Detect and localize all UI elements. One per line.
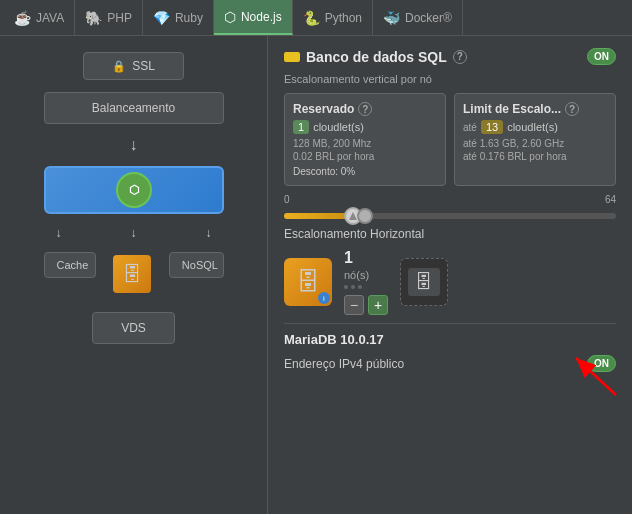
reserved-cloudlet-unit: cloudlet(s) bbox=[313, 121, 364, 133]
vds-label: VDS bbox=[121, 321, 146, 335]
reserved-title-text: Reservado bbox=[293, 102, 354, 116]
tab-python[interactable]: 🐍 Python bbox=[293, 0, 373, 35]
slider-container: 0 64 bbox=[284, 194, 616, 219]
limit-cloudlet-row: até 13 cloudlet(s) bbox=[463, 120, 607, 134]
section-header: Banco de dados SQL ? ON bbox=[284, 48, 616, 65]
right-panel: Banco de dados SQL ? ON Escalonamento ve… bbox=[268, 36, 632, 514]
limit-cloudlet-num: 13 bbox=[481, 120, 503, 134]
ssl-box[interactable]: 🔒 SSL bbox=[83, 52, 184, 80]
ipv4-label: Endereço IPv4 público bbox=[284, 357, 404, 371]
tab-ruby[interactable]: 💎 Ruby bbox=[143, 0, 214, 35]
limit-card: Limit de Escalo... ? até 13 cloudlet(s) … bbox=[454, 93, 616, 186]
vertical-scale-label: Escalonamento vertical por nó bbox=[284, 73, 616, 85]
db-placeholder-inner: 🗄 bbox=[408, 268, 440, 296]
ssl-label: SSL bbox=[132, 59, 155, 73]
nodejs-icon: ⬡ bbox=[224, 9, 236, 25]
tab-java-label: JAVA bbox=[36, 11, 64, 25]
slider-track[interactable] bbox=[284, 213, 616, 219]
left-panel: 🔒 SSL Balanceamento ↓ ⬡ ↓ ↓ ↓ Cache 🗄 No… bbox=[0, 36, 268, 514]
limit-title: Limit de Escalo... ? bbox=[463, 102, 607, 116]
slider-min: 0 bbox=[284, 194, 290, 205]
mariadb-version: MariaDB 10.0.17 bbox=[284, 323, 616, 347]
tab-nodejs[interactable]: ⬡ Node.js bbox=[214, 0, 293, 35]
sql-toggle[interactable]: ON bbox=[587, 48, 616, 65]
limit-detail2: até 0.176 BRL por hora bbox=[463, 151, 607, 162]
cache-box[interactable]: Cache bbox=[44, 252, 96, 278]
vds-box[interactable]: VDS bbox=[92, 312, 175, 344]
ipv4-row: Endereço IPv4 público ON bbox=[284, 355, 616, 372]
scale-dot-1 bbox=[344, 285, 348, 289]
limit-detail1: até 1.63 GB, 2.60 GHz bbox=[463, 138, 607, 149]
nosql-box[interactable]: NoSQL bbox=[169, 252, 224, 278]
limit-prefix: até bbox=[463, 122, 477, 133]
tab-python-label: Python bbox=[325, 11, 362, 25]
tab-bar: ☕ JAVA 🐘 PHP 💎 Ruby ⬡ Node.js 🐍 Python 🐳… bbox=[0, 0, 632, 36]
reserved-cloudlet-num: 1 bbox=[293, 120, 309, 134]
tab-docker-label: Docker® bbox=[405, 11, 452, 25]
slider-labels: 0 64 bbox=[284, 194, 616, 205]
horizontal-scale-label: Escalonamento Horizontal bbox=[284, 227, 616, 241]
reserved-help-icon[interactable]: ? bbox=[358, 102, 372, 116]
section-title-text: Banco de dados SQL bbox=[306, 49, 447, 65]
arrow-center: ↓ bbox=[131, 226, 137, 240]
tab-java[interactable]: ☕ JAVA bbox=[4, 0, 75, 35]
reserved-discount: Desconto: 0% bbox=[293, 166, 437, 177]
db-icon: 🗄 bbox=[113, 255, 151, 293]
slider-thumb-2[interactable] bbox=[357, 208, 373, 224]
reserved-card: Reservado ? 1 cloudlet(s) 128 MB, 200 Mh… bbox=[284, 93, 446, 186]
slider-max: 64 bbox=[605, 194, 616, 205]
horizontal-scale-row: 🗄 i 1 nó(s) − + bbox=[284, 249, 616, 315]
tab-ruby-label: Ruby bbox=[175, 11, 203, 25]
ruby-icon: 💎 bbox=[153, 10, 170, 26]
node-unit: nó(s) bbox=[344, 269, 388, 281]
db-icon-box[interactable]: 🗄 bbox=[112, 252, 153, 296]
h-scale-db-icon: 🗄 i bbox=[284, 258, 332, 306]
balance-label: Balanceamento bbox=[92, 101, 175, 115]
lock-icon: 🔒 bbox=[112, 60, 126, 73]
php-icon: 🐘 bbox=[85, 10, 102, 26]
arrow-right: ↓ bbox=[206, 226, 212, 240]
scale-dots bbox=[344, 285, 388, 289]
reserved-title: Reservado ? bbox=[293, 102, 437, 116]
reserved-cloudlet-row: 1 cloudlet(s) bbox=[293, 120, 437, 134]
limit-help-icon[interactable]: ? bbox=[565, 102, 579, 116]
scale-dot-2 bbox=[351, 285, 355, 289]
tab-nodejs-label: Node.js bbox=[241, 10, 282, 24]
info-badge: i bbox=[318, 292, 330, 304]
cache-label: Cache bbox=[57, 259, 89, 271]
main-content: 🔒 SSL Balanceamento ↓ ⬡ ↓ ↓ ↓ Cache 🗄 No… bbox=[0, 36, 632, 514]
balance-box[interactable]: Balanceamento bbox=[44, 92, 224, 124]
db-placeholder-icon: 🗄 bbox=[400, 258, 448, 306]
section-title: Banco de dados SQL ? bbox=[284, 49, 467, 65]
docker-icon: 🐳 bbox=[383, 10, 400, 26]
sql-icon bbox=[284, 52, 300, 62]
nodejs-box[interactable]: ⬡ bbox=[44, 166, 224, 214]
tab-php[interactable]: 🐘 PHP bbox=[75, 0, 143, 35]
ipv4-toggle-container: ON bbox=[587, 355, 616, 372]
ipv4-toggle[interactable]: ON bbox=[587, 355, 616, 372]
python-icon: 🐍 bbox=[303, 10, 320, 26]
limit-title-text: Limit de Escalo... bbox=[463, 102, 561, 116]
scale-btns: − + bbox=[344, 295, 388, 315]
scale-plus-btn[interactable]: + bbox=[368, 295, 388, 315]
tab-php-label: PHP bbox=[107, 11, 132, 25]
horizontal-scale-section: Escalonamento Horizontal 🗄 i 1 nó(s) bbox=[284, 227, 616, 315]
arrows-row: ↓ ↓ ↓ bbox=[44, 226, 224, 240]
scale-dot-3 bbox=[358, 285, 362, 289]
scale-minus-btn[interactable]: − bbox=[344, 295, 364, 315]
arrow-left: ↓ bbox=[56, 226, 62, 240]
node-count: 1 bbox=[344, 249, 388, 267]
help-icon[interactable]: ? bbox=[453, 50, 467, 64]
nodejs-logo: ⬡ bbox=[116, 172, 152, 208]
svg-marker-0 bbox=[349, 212, 357, 220]
limit-cloudlet-unit: cloudlet(s) bbox=[507, 121, 558, 133]
h-scale-info: 1 nó(s) − + bbox=[344, 249, 388, 315]
cards-row: Reservado ? 1 cloudlet(s) 128 MB, 200 Mh… bbox=[284, 93, 616, 186]
arrow-down-1: ↓ bbox=[130, 136, 138, 154]
tab-docker[interactable]: 🐳 Docker® bbox=[373, 0, 463, 35]
bottom-icons-row: Cache 🗄 NoSQL bbox=[44, 252, 224, 296]
reserved-detail1: 128 MB, 200 Mhz bbox=[293, 138, 437, 149]
reserved-detail2: 0.02 BRL por hora bbox=[293, 151, 437, 162]
slider-fill bbox=[284, 213, 350, 219]
nosql-label: NoSQL bbox=[182, 259, 218, 271]
